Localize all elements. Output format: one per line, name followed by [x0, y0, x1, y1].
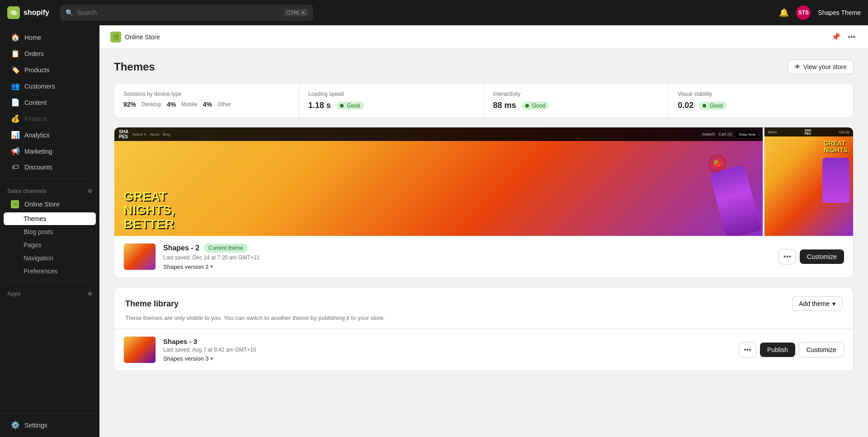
- sidebar: 🏠 Home 📋 Orders 🏷️ Products 👥 Customers …: [0, 25, 99, 437]
- sidebar-sub-item-pages[interactable]: Pages: [4, 239, 96, 251]
- sidebar-item-orders[interactable]: 📋 Orders: [4, 46, 96, 61]
- preview-topbar: SHAPES Seltzer ▾AboutBlog Search Cart (0…: [114, 127, 763, 141]
- view-store-icon: 👁: [794, 63, 801, 70]
- chevron-down-icon: ▾: [210, 355, 213, 362]
- sidebar-item-label: Analytics: [24, 132, 50, 139]
- marketing-icon: 📢: [11, 147, 20, 155]
- more-options-button[interactable]: •••: [846, 31, 857, 43]
- store-name: Shapes Theme: [818, 9, 861, 16]
- stat-card-sessions: Sessions by device type 92% Desktop 4% M…: [114, 84, 299, 117]
- sidebar-item-analytics[interactable]: 📊 Analytics: [4, 127, 96, 143]
- theme-thumb-image: [124, 244, 156, 270]
- settings-icon: ⚙️: [11, 421, 20, 429]
- current-theme-card: SHAPES Seltzer ▾AboutBlog Search Cart (0…: [114, 127, 854, 278]
- sidebar-item-home[interactable]: 🏠 Home: [4, 29, 96, 45]
- theme-preview: SHAPES Seltzer ▾AboutBlog Search Cart (0…: [114, 127, 853, 236]
- expand-apps-icon[interactable]: ⊕: [88, 291, 92, 297]
- sidebar-sub-item-blog-posts[interactable]: Blog posts: [4, 226, 96, 238]
- lib-thumb-image: [124, 337, 156, 363]
- search-input[interactable]: [77, 9, 281, 16]
- sidebar-item-label: Content: [24, 99, 47, 106]
- apps-section: Apps ⊕: [0, 285, 99, 299]
- publish-button[interactable]: Publish: [760, 343, 795, 357]
- sidebar-item-content[interactable]: 📄 Content: [4, 94, 96, 110]
- theme-preview-side: Menu SHAPES Cart (0) GREATNIGHTS,: [763, 127, 853, 236]
- sidebar-sub-item-label: Preferences: [24, 268, 57, 275]
- chevron-down-icon: ▾: [210, 263, 213, 270]
- preview-content: GREATNIGHTS,BETTER 🍓: [114, 141, 763, 236]
- stat-sub-desktop: Desktop: [142, 101, 161, 108]
- sidebar-sub-item-themes[interactable]: Themes: [4, 212, 96, 225]
- sidebar-item-customers[interactable]: 👥 Customers: [4, 78, 96, 94]
- sidebar-item-online-store[interactable]: 🌿 Online Store: [4, 197, 96, 212]
- sidebar-sub-item-label: Pages: [24, 241, 42, 249]
- view-store-button[interactable]: 👁 View your store: [788, 60, 854, 74]
- sidebar-item-settings[interactable]: ⚙️ Settings: [4, 417, 96, 433]
- stat-card-visual: Visual stability 0.02 Good: [669, 84, 853, 117]
- sidebar-sub-item-label: Themes: [24, 215, 47, 222]
- sidebar-item-label: Settings: [24, 422, 47, 429]
- sidebar-item-label: Marketing: [24, 148, 52, 155]
- sidebar-divider-2: [7, 281, 92, 282]
- stat-badge: Good: [699, 102, 726, 110]
- shopify-wordmark: shopify: [24, 9, 49, 17]
- search-shortcut: CTRL K: [284, 9, 308, 16]
- lib-customize-button[interactable]: Customize: [799, 342, 844, 357]
- store-header-right: 📌 •••: [830, 31, 857, 43]
- lib-theme-version[interactable]: Shapes version 3 ▾: [163, 355, 731, 362]
- stat-values: 92% Desktop 4% Mobile 4% Other: [123, 101, 290, 108]
- preview-mobile-bar: Menu SHAPES Cart (0): [764, 127, 853, 136]
- current-theme-badge: Current theme: [204, 244, 248, 253]
- products-icon: 🏷️: [11, 66, 20, 74]
- sidebar-item-label: Orders: [24, 50, 44, 57]
- lib-more-actions-button[interactable]: •••: [739, 342, 756, 357]
- theme-library-card: Theme library Add theme ▾ These themes a…: [114, 287, 854, 371]
- sidebar-item-label: Customers: [24, 83, 55, 90]
- library-theme-item: Shapes - 3 Last saved: Aug 7 at 9:42 am …: [114, 329, 853, 371]
- sidebar-item-label: Discounts: [24, 164, 52, 171]
- sidebar-sub-item-label: Navigation: [24, 254, 53, 262]
- sidebar-item-label: Online Store: [24, 201, 60, 208]
- theme-name-row: Shapes - 2 Current theme: [163, 244, 771, 253]
- stats-row: Sessions by device type 92% Desktop 4% M…: [114, 83, 854, 118]
- shopify-logo[interactable]: 🛍 shopify: [7, 6, 49, 19]
- stat-sub-mobile: Mobile: [181, 101, 197, 108]
- more-actions-button[interactable]: •••: [778, 249, 796, 264]
- home-icon: 🏠: [11, 33, 20, 42]
- stat-sub-other: Other: [217, 101, 231, 108]
- store-header-icon: 🌿: [110, 32, 121, 42]
- notifications-icon[interactable]: 🔔: [779, 8, 789, 18]
- online-store-icon: 🌿: [11, 200, 20, 208]
- customize-button[interactable]: Customize: [800, 249, 844, 264]
- preview-headline: GREATNIGHTS,BETTER: [123, 190, 175, 231]
- page-title-row: Themes 👁 View your store: [114, 60, 854, 74]
- sidebar-sub-item-navigation[interactable]: Navigation: [4, 252, 96, 264]
- content-icon: 📄: [11, 98, 20, 107]
- lib-meta: Shapes - 3 Last saved: Aug 7 at 9:42 am …: [163, 338, 731, 362]
- stat-label: Visual stability: [678, 91, 844, 97]
- pin-button[interactable]: 📌: [830, 31, 842, 43]
- theme-saved: Last saved: Dec 14 at 7:20 am GMT+11: [163, 254, 771, 261]
- sidebar-item-discounts[interactable]: 🏷 Discounts: [4, 160, 96, 175]
- store-header-left: 🌿 Online Store: [110, 32, 160, 42]
- stat-val-mobile: 4%: [167, 101, 176, 108]
- stat-values: 88 ms Good: [493, 101, 660, 110]
- theme-actions: ••• Customize: [778, 249, 844, 264]
- expand-icon[interactable]: ⊕: [88, 188, 92, 194]
- sidebar-item-finance: 💰 Finance: [4, 111, 96, 127]
- sidebar-item-label: Home: [24, 34, 41, 41]
- add-theme-button[interactable]: Add theme ▾: [792, 296, 842, 311]
- main-content: 🌿 Online Store 📌 ••• Themes 👁 View your …: [99, 25, 868, 437]
- sidebar-item-marketing[interactable]: 📢 Marketing: [4, 143, 96, 159]
- search-bar[interactable]: 🔍 CTRL K: [60, 5, 313, 21]
- store-header: 🌿 Online Store 📌 •••: [99, 25, 868, 49]
- theme-meta: Shapes - 2 Current theme Last saved: Dec…: [163, 244, 771, 270]
- chevron-down-icon: ▾: [832, 300, 835, 307]
- sidebar-item-products[interactable]: 🏷️ Products: [4, 62, 96, 78]
- store-header-title: Online Store: [125, 33, 160, 41]
- sidebar-sub-item-preferences[interactable]: Preferences: [4, 265, 96, 277]
- topnav-right: 🔔 STS Shapes Theme: [779, 5, 861, 20]
- avatar[interactable]: STS: [796, 5, 811, 20]
- theme-version[interactable]: Shapes version 2 ▾: [163, 263, 771, 270]
- page-content: Themes 👁 View your store Sessions by dev…: [99, 49, 868, 382]
